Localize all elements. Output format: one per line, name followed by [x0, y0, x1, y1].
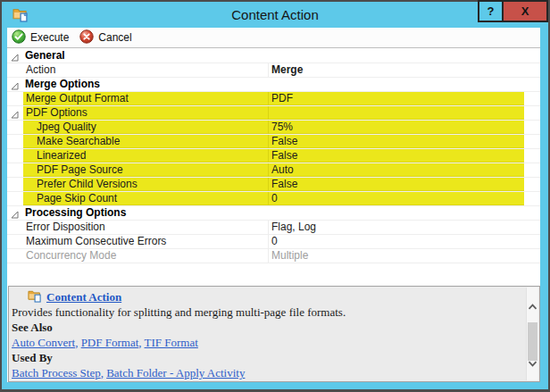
- help-link-tif-format[interactable]: TIF Format: [145, 336, 198, 349]
- property-name: Action: [26, 64, 55, 76]
- property-row-error-disposition[interactable]: Error DispositionFlag, Log: [7, 221, 540, 235]
- help-link-batch-folder-apply-activity[interactable]: Batch Folder - Apply Activity: [106, 366, 245, 379]
- property-row-page-skip-count[interactable]: Page Skip Count0: [7, 192, 540, 206]
- titlebar[interactable]: Content Action ? X: [2, 2, 548, 28]
- dialog-frame: Content Action ? X: [2, 2, 548, 389]
- property-value[interactable]: 0: [271, 193, 278, 204]
- property-name: Linearized: [37, 150, 86, 162]
- category-row-processing-options[interactable]: Processing Options: [7, 206, 540, 221]
- execute-button[interactable]: Execute: [12, 29, 69, 46]
- property-row-prefer-child-versions[interactable]: Prefer Child VersionsFalse: [7, 178, 540, 192]
- help-description: Provides functionality for splitting and…: [12, 304, 346, 320]
- help-panel: Content Action Provides functionality fo…: [8, 286, 540, 382]
- cancel-label: Cancel: [98, 31, 131, 44]
- property-row-make-searchable[interactable]: Make SearchableFalse: [7, 135, 540, 149]
- property-name: Page Skip Count: [37, 193, 117, 204]
- property-value[interactable]: False: [271, 150, 297, 162]
- execute-label: Execute: [30, 31, 69, 44]
- close-button[interactable]: X: [502, 0, 548, 22]
- property-value[interactable]: Auto: [271, 164, 294, 176]
- property-row-concurrency-mode[interactable]: Concurrency ModeMultiple: [7, 249, 540, 263]
- property-name: Maximum Consecutive Errors: [26, 236, 166, 247]
- help-scrollbar[interactable]: [526, 288, 538, 380]
- property-value[interactable]: Flag, Log: [271, 221, 316, 233]
- property-value[interactable]: False: [271, 179, 297, 190]
- help-link-pdf-format[interactable]: PDF Format: [81, 336, 139, 349]
- expand-triangle-icon[interactable]: [11, 209, 19, 217]
- folder-copy-icon: [28, 288, 42, 306]
- property-row-pdf-page-source[interactable]: PDF Page SourceAuto: [7, 163, 540, 178]
- help-topic-link[interactable]: Content Action: [46, 290, 121, 304]
- property-row-merge-output-format[interactable]: Merge Output FormatPDF: [7, 92, 540, 106]
- property-name: Processing Options: [25, 207, 126, 219]
- property-name: Error Disposition: [26, 221, 105, 233]
- property-value[interactable]: False: [271, 136, 297, 147]
- help-link-batch-process-step[interactable]: Batch Process Step: [12, 366, 101, 379]
- dialog-content: Execute: [7, 28, 540, 382]
- content-action-dialog: Content Action ? X: [0, 0, 550, 392]
- see-also-label: See Also: [12, 320, 53, 335]
- property-value[interactable]: 75%: [271, 121, 293, 133]
- property-name: Merge Options: [25, 79, 100, 90]
- see-also-links: Auto Convert, PDF Format, TIF Format: [12, 335, 198, 350]
- help-link-auto-convert[interactable]: Auto Convert: [12, 336, 75, 349]
- check-circle-icon: [12, 29, 26, 46]
- property-value[interactable]: 0: [271, 236, 278, 247]
- property-name: PDF Page Source: [37, 164, 123, 176]
- property-name: Jpeg Quality: [37, 121, 96, 133]
- property-row-jpeg-quality[interactable]: Jpeg Quality75%: [7, 121, 540, 135]
- property-row-maximum-consecutive-errors[interactable]: Maximum Consecutive Errors0: [7, 235, 540, 249]
- scrollbar-thumb[interactable]: [528, 322, 538, 361]
- property-row-pdf-options[interactable]: PDF Options: [7, 106, 540, 121]
- property-row-action[interactable]: ActionMerge: [7, 63, 540, 78]
- help-heading: Content Action: [28, 289, 121, 304]
- x-circle-icon: [79, 29, 94, 46]
- property-name: Merge Output Format: [26, 93, 129, 104]
- expand-triangle-icon[interactable]: [11, 109, 19, 117]
- chevron-up-icon[interactable]: [528, 300, 538, 314]
- property-grid: GeneralActionMergeMerge OptionsMerge Out…: [7, 49, 540, 265]
- toolbar: Execute: [7, 28, 540, 48]
- property-row-linearized[interactable]: LinearizedFalse: [7, 149, 540, 163]
- property-name: Concurrency Mode: [26, 250, 116, 262]
- property-value[interactable]: Merge: [271, 64, 303, 76]
- used-by-links: Batch Process Step, Batch Folder - Apply…: [12, 365, 245, 380]
- expand-triangle-icon[interactable]: [11, 52, 19, 60]
- cancel-button[interactable]: Cancel: [79, 29, 131, 46]
- property-name: General: [25, 50, 65, 62]
- expand-triangle-icon[interactable]: [11, 80, 19, 88]
- property-value[interactable]: PDF: [271, 93, 293, 104]
- chevron-down-icon[interactable]: [528, 357, 538, 371]
- property-value[interactable]: Multiple: [271, 250, 308, 262]
- property-name: Prefer Child Versions: [37, 179, 138, 190]
- property-name: Make Searchable: [37, 136, 120, 147]
- window-title: Content Action: [2, 7, 548, 22]
- category-row-merge-options[interactable]: Merge Options: [7, 78, 540, 92]
- property-name: PDF Options: [26, 107, 88, 119]
- help-button[interactable]: ?: [478, 0, 504, 22]
- used-by-label: Used By: [12, 350, 53, 365]
- category-row-general[interactable]: General: [7, 49, 540, 63]
